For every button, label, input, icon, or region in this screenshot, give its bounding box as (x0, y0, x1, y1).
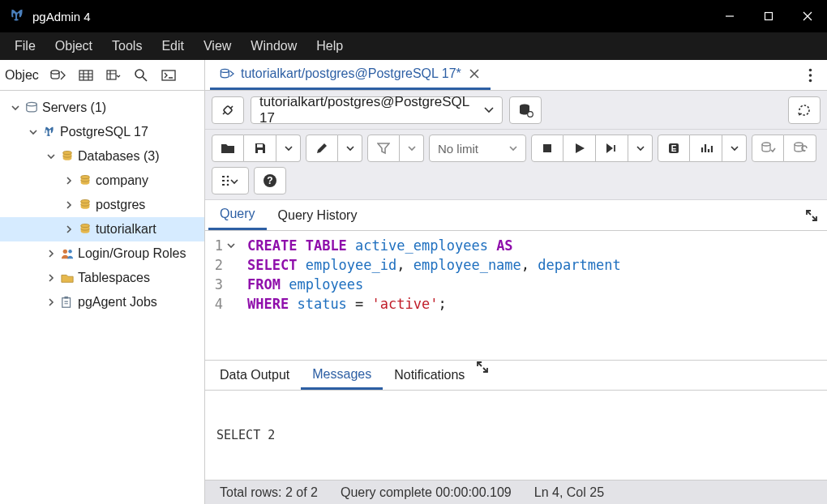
menu-edit[interactable]: Edit (153, 36, 192, 57)
tree-node-company[interactable]: company (0, 169, 204, 193)
svg-rect-17 (62, 298, 71, 308)
browser-tool-filter-rows[interactable] (101, 64, 126, 87)
tree-expander-icon[interactable] (26, 128, 41, 136)
browser-tool-psql[interactable] (156, 64, 182, 87)
menubar: FileObjectToolsEditViewWindowHelp (0, 32, 827, 60)
execute-menu-button[interactable] (628, 135, 653, 162)
editor-content[interactable]: CREATE TABLE active_employees ASSELECT e… (241, 231, 628, 360)
object-browser-title: Objec (5, 68, 44, 83)
tree-node-icon (76, 223, 94, 236)
commit-button[interactable] (752, 135, 784, 162)
svg-point-1 (51, 70, 59, 73)
tree-node-tutorialkart[interactable]: tutorialkart (0, 217, 204, 241)
browser-tool-search[interactable] (128, 64, 154, 87)
svg-point-21 (808, 74, 812, 77)
tree-expander-icon[interactable] (62, 177, 76, 185)
svg-rect-27 (258, 150, 263, 153)
output-tab-messages[interactable]: Messages (301, 361, 383, 390)
editor-gutter: 1234 (205, 231, 241, 360)
menu-file[interactable]: File (6, 36, 44, 57)
connection-select[interactable]: tutorialkart/postgres@PostgreSQL 17 (251, 96, 503, 124)
status-query-time: Query complete 00:00:00.109 (341, 485, 512, 500)
edit-menu-button[interactable] (338, 135, 362, 162)
menu-view[interactable]: View (195, 36, 239, 57)
tree-expander-icon[interactable] (44, 298, 58, 306)
edit-button[interactable] (306, 135, 338, 162)
svg-point-16 (68, 250, 71, 253)
tree-expander-icon[interactable] (8, 104, 23, 112)
browser-tool-view-data[interactable] (73, 64, 99, 87)
app-logo-icon (8, 7, 26, 25)
sql-editor[interactable]: 1234 CREATE TABLE active_employees ASSEL… (205, 231, 827, 360)
output-tab-data-output[interactable]: Data Output (208, 361, 301, 390)
explain-button[interactable]: E (658, 135, 690, 162)
tree-expander-icon[interactable] (44, 274, 58, 282)
chevron-down-icon (509, 146, 517, 152)
close-icon[interactable] (468, 67, 481, 80)
status-cursor-position: Ln 4, Col 25 (534, 485, 604, 500)
tree-node-postgres[interactable]: postgres (0, 193, 204, 217)
tree-node-icon (41, 126, 58, 139)
svg-point-25 (527, 111, 533, 117)
execute-button[interactable] (563, 135, 596, 162)
messages-pane[interactable]: SELECT 2 Query returned successfully in … (205, 391, 827, 480)
window-minimize-button[interactable] (710, 0, 749, 32)
menu-window[interactable]: Window (242, 36, 305, 57)
tree-node-pgagent-jobs[interactable]: pgAgent Jobs (0, 290, 204, 314)
menu-object[interactable]: Object (47, 36, 101, 57)
save-menu-button[interactable] (276, 135, 301, 162)
tree-node-tablespaces[interactable]: Tablespaces (0, 266, 204, 290)
expand-editor-button[interactable] (799, 200, 824, 230)
editor-area: QueryQuery History 1234 CREATE TABLE act… (205, 200, 827, 504)
stop-button[interactable] (531, 135, 563, 162)
save-button[interactable] (244, 135, 276, 162)
tree-node-postgresql-17[interactable]: PostgreSQL 17 (0, 120, 204, 144)
help-button[interactable]: ? (254, 167, 286, 194)
tree-node-label: company (94, 173, 148, 188)
svg-rect-5 (162, 70, 175, 80)
filter-menu-button[interactable] (400, 135, 424, 162)
tree-node-label: Login/Group Roles (76, 246, 186, 261)
tree-node-servers-1-[interactable]: Servers (1) (0, 96, 204, 120)
tree-node-databases-3-[interactable]: Databases (3) (0, 144, 204, 169)
svg-point-31 (762, 143, 770, 146)
svg-rect-3 (107, 70, 116, 79)
browser-tool-query[interactable] (45, 64, 71, 87)
tree-node-label: Servers (1) (41, 100, 106, 115)
query-tool-tab-label: tutorialkart/postgres@PostgreSQL 17* (241, 66, 461, 81)
object-browser-header: Objec (0, 60, 204, 91)
tree-expander-icon[interactable] (62, 225, 76, 233)
tree-expander-icon[interactable] (62, 201, 76, 209)
output-tab-notifications[interactable]: Notifications (383, 361, 476, 390)
reset-layout-button[interactable] (788, 96, 821, 124)
query-subtab-query-history[interactable]: Query History (267, 200, 369, 230)
row-limit-label: No limit (438, 142, 478, 156)
macros-button[interactable] (212, 167, 249, 194)
main-tabbar: tutorialkart/postgres@PostgreSQL 17* (205, 60, 827, 91)
svg-point-22 (808, 79, 812, 82)
menu-help[interactable]: Help (308, 36, 351, 57)
tree-node-login-group-roles[interactable]: Login/Group Roles (0, 241, 204, 266)
svg-point-32 (795, 143, 803, 146)
open-file-button[interactable] (212, 135, 244, 162)
status-bar: Total rows: 2 of 2 Query complete 00:00:… (205, 480, 827, 504)
window-close-button[interactable] (788, 0, 827, 32)
new-connection-button[interactable] (509, 96, 542, 124)
query-subtab-query[interactable]: Query (208, 200, 267, 230)
execute-script-button[interactable] (596, 135, 628, 162)
query-tool-tab[interactable]: tutorialkart/postgres@PostgreSQL 17* (210, 60, 491, 90)
expand-output-button[interactable] (476, 361, 489, 390)
filter-button[interactable] (367, 135, 400, 162)
menu-tools[interactable]: Tools (104, 36, 150, 57)
explain-menu-button[interactable] (722, 135, 747, 162)
explain-analyze-button[interactable] (690, 135, 722, 162)
tree-expander-icon[interactable] (44, 250, 58, 258)
tree-expander-icon[interactable] (44, 152, 58, 160)
tree-node-icon (76, 199, 94, 211)
connection-status-button[interactable] (212, 96, 244, 124)
object-tree[interactable]: Servers (1)PostgreSQL 17Databases (3)com… (0, 91, 204, 504)
tab-menu-kebab[interactable] (798, 60, 822, 90)
rollback-button[interactable] (784, 135, 816, 162)
window-maximize-button[interactable] (749, 0, 788, 32)
row-limit-select[interactable]: No limit (429, 135, 526, 162)
